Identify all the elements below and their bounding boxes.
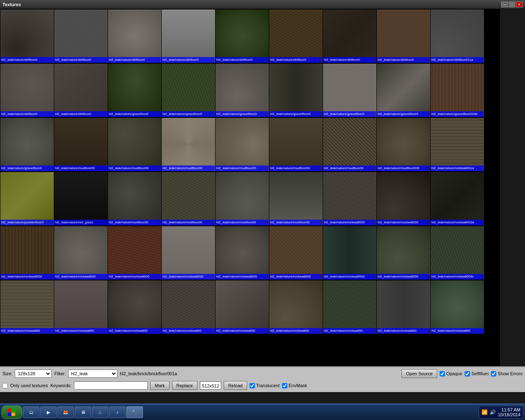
list-item[interactable]: hl2_leak/nature/rockfloor00 (215, 172, 269, 226)
list-item[interactable]: hl2_leak/nature/dirtfloor011a (430, 9, 484, 63)
list-item[interactable]: hl2_leak/nature/rockwall000 (0, 226, 54, 280)
list-item[interactable]: hl2_leak/nature/dirtfloor0 (108, 9, 161, 63)
texture-label: hl2_leak/nature/rockwall009c (431, 274, 484, 280)
list-item[interactable]: hl2_leak/nature/mudfloor00 (269, 117, 323, 172)
list-item[interactable]: hl2_leak/nature/dirtfloor0 (323, 9, 376, 63)
list-item[interactable]: hl2_leak/nature/gravelfloor0 (376, 63, 430, 117)
texture-label: hl2_leak/nature/rockwall000 (377, 220, 430, 225)
texture-label: hl2_leak/nature/dirtfloor0 (377, 57, 430, 63)
list-item[interactable]: hl2_leak/nature/dirtfloor0 (161, 9, 215, 63)
taskbar-app-steam[interactable]: ♨ (92, 406, 108, 418)
texture-label: hl2_leak/nature/dirtfloor0 (54, 57, 107, 63)
list-item[interactable]: hl2_leak/nature/mudfloor00 (54, 117, 108, 172)
envmask-checkbox[interactable] (282, 383, 287, 388)
list-item[interactable]: hl2_leak/nature/dirtfloor0 (269, 9, 323, 63)
list-item[interactable]: hl2_leak/nature/rockwall000 (54, 226, 108, 280)
list-item[interactable]: hl2_leak/nature/rockwall000 (215, 226, 269, 280)
list-item[interactable]: hl2_leak/nature/rockfloor00 (161, 172, 215, 226)
reload-button[interactable]: Reload (224, 381, 247, 390)
taskbar-app-explorer[interactable]: 🗂 (23, 406, 39, 418)
list-item[interactable]: hl2_leak/nature/grassfloor0 (161, 63, 215, 117)
open-source-button[interactable]: Open Source (401, 369, 437, 378)
list-item[interactable]: hl2_leak/nature/gravelfloor0 (0, 117, 54, 172)
list-item[interactable]: hl2_leak/nature/mudfloor00 (215, 117, 269, 172)
list-item[interactable]: hl2_leak/nature/rockwall00 (0, 280, 54, 334)
list-item[interactable]: hl2_leak/nature/gravelfloor0 (269, 63, 323, 117)
list-item[interactable]: hl2_leak/nature/rockwall00 (323, 280, 376, 334)
size-select[interactable]: 128x128 (15, 370, 52, 378)
list-item[interactable]: hl2_leak/nature/rockwall00 (54, 280, 108, 334)
list-item[interactable]: hl2_leak/nature/gravelfloor0 (323, 63, 376, 117)
texture-label: hl2_leak/nature/gravelfloor0 (269, 111, 322, 117)
texture-label: hl2_leak/nature/rockwall000 (162, 274, 215, 280)
list-item[interactable]: hl2_leak/nature/dirtfloor0 (215, 9, 269, 63)
keywords-input[interactable] (74, 381, 148, 390)
list-item[interactable]: hl2_leak/nature/mudfloor00 (323, 117, 376, 172)
volume-icon[interactable]: 🔊 (490, 409, 496, 415)
list-item[interactable]: hl2_leak/nature/rockwall000 (323, 226, 376, 280)
taskbar-app-hammer[interactable]: 🔨 (126, 406, 143, 418)
mark-button[interactable]: Mark (150, 381, 169, 390)
list-item[interactable]: hl2_leak/nature/rockwall000 (323, 172, 376, 226)
list-item[interactable]: hl2_leak/nature/dirtfloor0 (0, 9, 54, 63)
texture-label: hl2_leak/nature/rockwall000 (108, 274, 161, 280)
start-button[interactable] (2, 406, 22, 419)
list-item[interactable]: hl2_leak/nature/dirtfloor0 (376, 9, 430, 63)
list-item[interactable]: hl2_leak/nature/dirtfloor0 (54, 63, 108, 117)
opaque-label: Opaque (446, 371, 462, 376)
list-item[interactable]: hl2_leak/nature/rockfloor00 (269, 172, 323, 226)
list-item[interactable]: hl2_leak/nature/rockwall00 (430, 280, 484, 334)
network-icon: 📶 (481, 409, 488, 415)
minimize-button[interactable]: ─ (501, 2, 508, 7)
list-item[interactable]: hl2_leak/nature/red_grass (54, 172, 108, 226)
selfillum-checkbox[interactable] (465, 371, 470, 376)
translucent-checkbox[interactable] (250, 383, 255, 388)
keywords-label: Keywords: (50, 383, 71, 388)
texture-label: hl2_leak/nature/rockfloor00 (162, 220, 215, 225)
list-item[interactable]: hl2_leak/nature/rockwall00 (269, 280, 323, 334)
list-item[interactable]: hl2_leak/nature/rockwall00 (376, 280, 430, 334)
close-button[interactable]: ✕ (516, 2, 523, 7)
list-item[interactable]: hl2_leak/nature/rockwall00 (215, 280, 269, 334)
maximize-button[interactable]: □ (509, 2, 515, 7)
list-item[interactable]: hl2_leak/nature/rockwall003a (430, 172, 484, 226)
texture-label: hl2_leak/nature/mudfloor00 (54, 165, 107, 171)
taskbar-app-audio[interactable]: ♪ (109, 406, 126, 418)
list-item[interactable]: hl2_leak/nature/rockwall000 (376, 172, 430, 226)
list-item[interactable]: hl2_leak/nature/dirtfloor0 (0, 63, 54, 117)
texture-label: hl2_leak/nature/rockwall000 (269, 274, 322, 280)
texture-label: hl2_leak/nature/dirtfloor0 (216, 57, 268, 63)
opaque-checkbox[interactable] (440, 371, 445, 376)
texture-grid-area[interactable]: hl2_leak/nature/dirtfloor0 hl2_leak/natu… (0, 9, 500, 366)
list-item[interactable]: hl2_leak/nature/rockwall00 (161, 280, 215, 334)
list-item[interactable]: hl2_leak/nature/nestwall001a (430, 117, 484, 172)
list-item[interactable]: hl2_leak/nature/mudfloor009 (376, 117, 430, 172)
list-item[interactable]: hl2_leak/nature/grassfloor0 (108, 63, 161, 117)
replace-button[interactable]: Replace (172, 381, 197, 390)
list-item[interactable]: hl2_leak/nature/dirtfloor0 (54, 9, 108, 63)
texture-label: hl2_leak/nature/powderfloor0 (0, 220, 53, 225)
taskbar: 🗂 ▶ 🦊 🖥 ♨ ♪ 🔨 📶 🔊 11:57 AM 10/18/2014 (0, 404, 525, 420)
only-used-checkbox[interactable] (2, 383, 8, 388)
taskbar-app-firefox[interactable]: 🦊 (57, 406, 74, 418)
list-item[interactable]: hl2_leak/nature/rockwall000 (376, 226, 430, 280)
list-item[interactable]: hl2_leak/nature/rockwall000 (161, 226, 215, 280)
list-item[interactable]: hl2_leak/nature/gravelfloor004b (430, 63, 484, 117)
list-item[interactable]: hl2_leak/nature/rockwall000 (108, 226, 161, 280)
list-item[interactable]: hl2_leak/nature/mudfloor00 (161, 117, 215, 172)
list-item[interactable]: hl2_leak/nature/rockwall000 (269, 226, 323, 280)
filter-select[interactable]: hl2_leak (68, 370, 117, 378)
firefox-icon: 🦊 (63, 410, 69, 415)
list-item[interactable]: hl2_leak/nature/powderfloor0 (0, 172, 54, 226)
list-item[interactable]: hl2_leak/nature/rockfloor00 (108, 172, 161, 226)
texture-label: hl2_leak/nature/rockwall000 (323, 220, 376, 225)
list-item[interactable]: hl2_leak/nature/rockwall009c (430, 226, 484, 280)
list-item[interactable]: hl2_leak/nature/mudfloor00 (108, 117, 161, 172)
show-errors-checkbox[interactable] (491, 371, 496, 376)
list-item[interactable]: hl2_leak/nature/rockwall00 (108, 280, 161, 334)
show-errors-group: Show Errors (491, 371, 523, 376)
taskbar-app-media[interactable]: ▶ (40, 406, 57, 418)
list-item[interactable]: hl2_leak/nature/gravelfloor0 (215, 63, 269, 117)
texture-label: hl2_leak/nature/dirtfloor0 (323, 57, 376, 63)
taskbar-app-monitor[interactable]: 🖥 (75, 406, 91, 418)
